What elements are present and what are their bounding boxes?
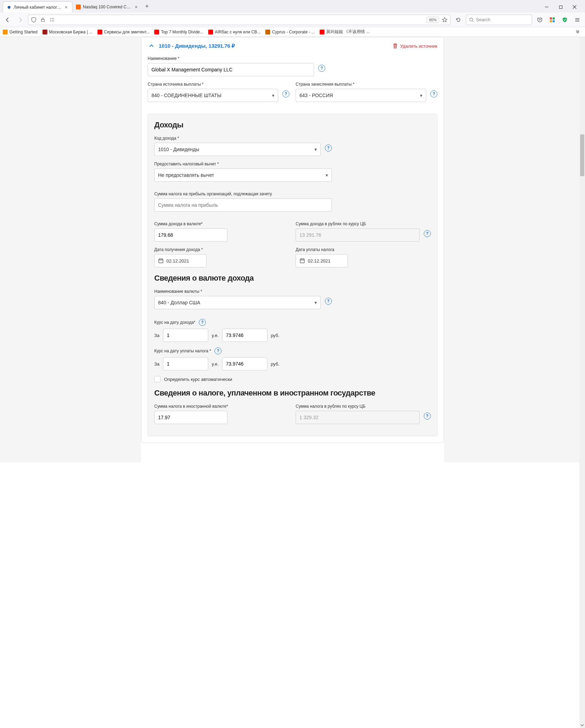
browser-tab[interactable]: Nasdaq 100 Covered Call ETF (Q ×	[72, 1, 142, 13]
currency-select[interactable]: 840 - Доллар США ▾	[154, 296, 321, 309]
help-icon[interactable]: ?	[199, 319, 206, 326]
date-income-input[interactable]: 02.12.2021	[154, 254, 206, 267]
help-icon[interactable]: ?	[318, 65, 325, 72]
rate-tax-per-input[interactable]	[163, 357, 208, 370]
svg-point-7	[50, 20, 51, 21]
rate-income-label: Курс на дату дохода*	[154, 320, 195, 325]
favicon	[76, 5, 81, 9]
close-icon[interactable]: ×	[64, 5, 69, 10]
amount-currency-label: Сумма дохода в валюте*	[154, 221, 289, 226]
amount-rub-label: Сумма дохода в рублях по курсу ЦБ	[296, 221, 431, 226]
help-icon[interactable]: ?	[214, 347, 221, 354]
search-bar[interactable]: Search	[466, 15, 532, 25]
back-button[interactable]	[3, 15, 13, 25]
rate-tax-value-input[interactable]	[222, 357, 267, 370]
scrollbar-thumb[interactable]	[580, 134, 584, 176]
deduction-select[interactable]: Не предоставлять вычет ▾	[154, 169, 332, 182]
auto-rate-row: Определить курс автоматически	[154, 376, 431, 382]
tab-title: Личный кабинет налогоплате	[14, 5, 62, 10]
chevron-down-icon: ▾	[314, 147, 317, 152]
calendar-icon	[158, 258, 164, 264]
bookmark-item[interactable]: AIRбас с нуля или СВ...	[208, 30, 261, 34]
close-window-button[interactable]	[570, 3, 579, 10]
bookmark-item[interactable]: Top 7 Monthly Divide...	[154, 30, 203, 34]
bookmark-item[interactable]: Getting Started	[3, 30, 38, 34]
rcv-country-select[interactable]: 643 - РОССИЯ ▾	[296, 89, 426, 102]
permissions-icon[interactable]	[48, 16, 55, 23]
help-icon[interactable]: ?	[430, 91, 437, 97]
shield-icon[interactable]	[30, 16, 37, 23]
delete-source-button[interactable]: Удалить источник	[392, 43, 437, 49]
card-header: 1010 - Дивиденды, 13291.76 ₽ Удалить ист…	[141, 37, 444, 55]
bookmarks-overflow[interactable]	[573, 29, 582, 35]
auto-rate-checkbox[interactable]	[154, 376, 161, 382]
help-icon[interactable]: ?	[325, 298, 332, 305]
url-bar[interactable]: 80%	[28, 15, 451, 25]
foreign-tax-cur-label: Сумма налога в иностранной валюте*	[154, 404, 289, 409]
svg-rect-4	[41, 19, 45, 22]
minimize-button[interactable]	[542, 3, 552, 10]
income-heading: Доходы	[154, 120, 431, 130]
card-title: 1010 - Дивиденды, 13291.76 ₽	[159, 43, 392, 49]
rate-tax-label: Курс на дату уплаты налога *	[154, 349, 211, 353]
income-code-select[interactable]: 1010 - Дивиденды ▾	[154, 143, 321, 156]
bookmark-item[interactable]: Сервисы для эмитент...	[98, 30, 150, 34]
chevron-down-icon: ▾	[272, 93, 274, 98]
maximize-button[interactable]	[556, 3, 566, 10]
date-tax-input[interactable]: 02.12.2021	[296, 254, 348, 267]
foreign-tax-rub-input	[296, 411, 420, 424]
chevron-down-icon: ▾	[420, 93, 422, 98]
date-income-label: Дата получения дохода *	[154, 247, 289, 252]
calendar-icon	[299, 258, 305, 264]
help-icon[interactable]: ?	[282, 91, 289, 97]
foreign-tax-cur-input[interactable]	[154, 411, 227, 424]
name-label: Наименование *	[148, 56, 325, 61]
svg-rect-22	[300, 259, 304, 263]
bookmark-item[interactable]: 莫叫姐姐 《不该用情 ...	[320, 29, 370, 35]
svg-rect-12	[553, 17, 555, 19]
browser-tab-active[interactable]: Личный кабинет налогоплате ×	[3, 1, 72, 13]
rate-income-value-input[interactable]	[222, 329, 267, 342]
page-viewport: 1010 - Дивиденды, 13291.76 ₽ Удалить ист…	[0, 37, 585, 462]
extension-icon[interactable]	[547, 15, 557, 25]
currency-heading: Сведения о валюте дохода	[154, 274, 431, 283]
currency-section: Сведения о валюте дохода Наименование ва…	[154, 274, 431, 424]
foreign-tax-rub-label: Сумма налога в рублях по курсу ЦБ	[296, 404, 431, 409]
profit-tax-input[interactable]	[154, 198, 332, 212]
bookmark-item[interactable]: Московская Биржа | ...	[42, 30, 93, 34]
foreign-tax-heading: Сведения о налоге, уплаченном в иностран…	[154, 389, 431, 398]
rate-income-row: За у.е. руб.	[154, 329, 431, 342]
reload-button[interactable]	[453, 15, 463, 25]
favicon	[7, 5, 11, 10]
browser-toolbar: 80% Search	[0, 13, 585, 27]
deduction-label: Предоставить налоговый вычет *	[154, 162, 332, 166]
svg-rect-13	[550, 20, 552, 22]
help-icon[interactable]: ?	[424, 413, 431, 420]
new-tab-button[interactable]: +	[142, 1, 152, 11]
help-icon[interactable]: ?	[325, 144, 332, 151]
pocket-icon[interactable]	[535, 15, 545, 25]
src-country-select[interactable]: 840 - СОЕДИНЕННЫЕ ШТАТЫ ▾	[148, 89, 278, 102]
extension-icon-2[interactable]	[560, 15, 570, 25]
browser-titlebar: Личный кабинет налогоплате × Nasdaq 100 …	[0, 0, 585, 13]
amount-currency-input[interactable]	[154, 228, 227, 242]
bookmarks-bar: Getting Started Московская Биржа | ... С…	[0, 27, 585, 37]
help-icon[interactable]: ?	[424, 230, 431, 237]
bookmark-star-icon[interactable]	[441, 16, 448, 23]
trash-icon	[392, 43, 398, 49]
forward-button[interactable]	[15, 15, 25, 25]
chevron-down-icon: ▾	[314, 300, 317, 305]
zoom-badge[interactable]: 80%	[427, 17, 439, 23]
name-input[interactable]	[148, 63, 314, 76]
svg-line-10	[473, 21, 474, 22]
rate-income-per-input[interactable]	[163, 329, 208, 342]
svg-point-5	[50, 18, 51, 19]
app-menu-button[interactable]	[572, 15, 582, 25]
lock-icon[interactable]	[39, 16, 46, 23]
close-icon[interactable]: ×	[134, 5, 139, 9]
bookmark-item[interactable]: Cyprus - Corporate - ...	[265, 30, 315, 34]
date-tax-label: Дата уплаты налога	[296, 247, 431, 252]
rate-tax-row: За у.е. руб.	[154, 357, 431, 370]
scrollbar-track[interactable]	[579, 37, 585, 462]
chevron-up-icon[interactable]	[148, 42, 155, 50]
